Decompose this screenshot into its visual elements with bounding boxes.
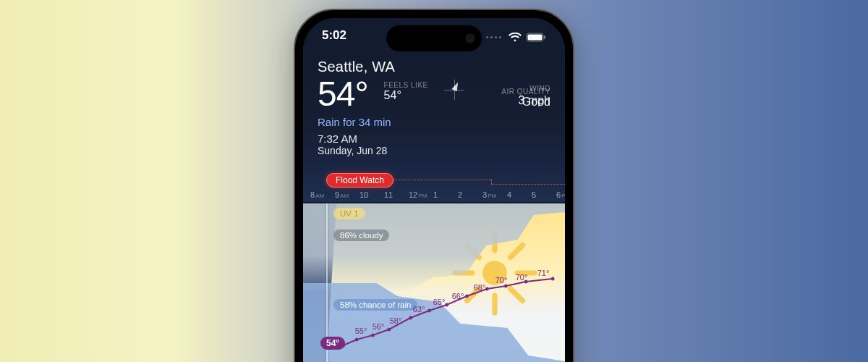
hour-tick: 5 [532, 190, 556, 203]
svg-rect-1 [528, 34, 542, 40]
volume-up-button [294, 130, 295, 170]
temp-point-label: 55° [355, 327, 367, 335]
hourly-timeline[interactable]: Flood Watch 8AM9AM101112PM123PM456PM [303, 180, 565, 362]
status-icons [486, 28, 546, 46]
weather-alert-pill[interactable]: Flood Watch [326, 173, 393, 188]
alert-span-line [390, 180, 565, 181]
svg-point-16 [409, 316, 412, 320]
screen: 5:02 Seattle, WA 54° [303, 18, 565, 362]
svg-point-17 [427, 309, 431, 313]
local-time: 7:32 AM [318, 132, 550, 145]
weather-header: Seattle, WA 54° FEELS LIKE 54° WIND 3 mp… [318, 59, 550, 156]
svg-rect-2 [544, 35, 545, 39]
svg-point-13 [355, 338, 359, 342]
phone-frame: 5:02 Seattle, WA 54° [294, 9, 574, 362]
forecast-canvas[interactable]: UV 1 86% cloudy 58% chance of rain 54° 5… [303, 203, 565, 362]
hour-tick: 3PM [482, 190, 507, 203]
hour-tick: 10 [359, 190, 384, 203]
svg-point-18 [445, 303, 448, 307]
dynamic-island [386, 25, 482, 51]
temp-point-label: 70° [495, 276, 508, 285]
side-button [294, 90, 295, 113]
wifi-icon [509, 33, 522, 42]
temp-point-label: 70° [516, 273, 528, 282]
temp-point-label: 68° [474, 283, 486, 292]
temp-point-label: 63° [413, 305, 425, 313]
svg-point-20 [485, 287, 489, 291]
location-label[interactable]: Seattle, WA [318, 59, 550, 75]
forecast-summary[interactable]: Rain for 34 min [318, 116, 550, 128]
temp-point-label: 58° [390, 316, 402, 325]
svg-point-23 [551, 277, 555, 281]
hour-tick: 12PM [409, 190, 433, 203]
feels-like-label: FEELS LIKE [384, 81, 428, 89]
hour-tick: 6PM [556, 190, 565, 203]
hour-tick: 2 [458, 190, 482, 203]
hour-tick: 8AM [310, 190, 335, 203]
volume-down-button [294, 180, 295, 221]
current-temp-pill[interactable]: 54° [320, 337, 345, 350]
temp-point-label: 66° [452, 292, 464, 300]
svg-point-15 [387, 328, 391, 332]
air-quality-label: AIR QUALITY [501, 88, 550, 96]
svg-point-19 [465, 295, 469, 298]
hour-tick: 1 [433, 190, 458, 203]
local-date: Sunday, Jun 28 [318, 145, 550, 156]
hour-tick: 11 [384, 190, 409, 203]
hour-ticks: 8AM9AM101112PM123PM456PM [303, 190, 565, 203]
temp-point-label: 65° [433, 298, 446, 306]
air-quality-value: Good [501, 96, 550, 109]
wind-compass-icon [444, 80, 464, 100]
svg-point-14 [371, 334, 375, 337]
temp-point-label: 56° [373, 322, 385, 331]
battery-icon [526, 33, 546, 42]
status-time: 5:02 [322, 28, 346, 46]
current-temperature: 54° [318, 77, 368, 111]
feels-like-value: 54° [384, 89, 401, 102]
hour-tick: 4 [507, 190, 532, 203]
recent-app-dots-icon [486, 36, 501, 38]
hour-tick: 9AM [335, 190, 359, 203]
front-camera-icon [466, 34, 475, 43]
svg-point-21 [504, 285, 508, 288]
phone-screen-bezel: 5:02 Seattle, WA 54° [297, 12, 571, 362]
temp-point-label: 71° [537, 269, 550, 277]
